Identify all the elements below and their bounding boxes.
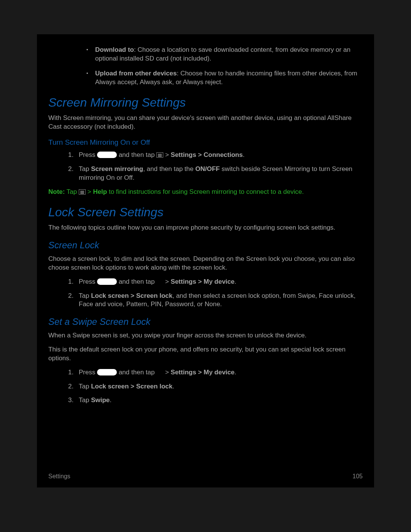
step-bold: Swipe — [91, 396, 110, 404]
step-text: Tap — [79, 165, 91, 173]
subheading-swipe-lock: Set a Swipe Screen Lock — [48, 316, 363, 328]
note-text: to find instructions for using Screen mi… — [107, 188, 304, 195]
ordered-list: 1. Press and then tap > Settings > My de… — [68, 278, 363, 309]
home-button-icon — [97, 278, 117, 285]
paragraph: This is the default screen lock on your … — [48, 345, 363, 363]
home-button-icon — [97, 152, 117, 158]
list-number: 2. — [68, 165, 73, 174]
step-text: . — [110, 396, 112, 404]
page-footer: Settings 105 — [48, 472, 363, 481]
step-text: Press — [79, 151, 97, 158]
menu-icon — [79, 189, 86, 195]
list-item: 3. Tap Swipe. — [68, 396, 363, 405]
ordered-list: 1. Press and then tap > Settings > My de… — [68, 368, 363, 405]
heading-lock-screen: Lock Screen Settings — [48, 204, 363, 220]
step-bold: Lock screen > Screen lock — [91, 383, 172, 390]
step-text: . — [234, 369, 236, 376]
list-item: 2. Tap Lock screen > Screen lock, and th… — [68, 292, 363, 309]
list-item: 1. Press and then tap > Settings > My de… — [68, 278, 363, 286]
step-text: . — [243, 151, 245, 158]
menu-icon — [156, 152, 163, 158]
paragraph: With Screen mirroring, you can share you… — [48, 114, 363, 131]
bullet-item: Upload from other devices: Choose how to… — [84, 69, 363, 87]
step-bold: Settings > Connections — [171, 151, 243, 158]
step-bold: Screen mirroring — [91, 165, 143, 173]
help-label: Help — [93, 188, 107, 195]
step-bold: Lock screen > Screen lock — [91, 292, 172, 299]
step-bold: Settings > My device — [171, 369, 235, 376]
step-text: . — [234, 278, 236, 285]
list-number: 2. — [68, 292, 73, 300]
subheading-screen-lock: Screen Lock — [48, 239, 363, 251]
footer-page-number: 105 — [352, 472, 363, 481]
list-number: 2. — [68, 382, 73, 391]
step-text: > — [163, 369, 170, 376]
list-item: 1. Press and then tap > Settings > My de… — [68, 368, 363, 377]
subheading-turn-mirroring: Turn Screen Mirroring On or Off — [48, 137, 363, 147]
menu-icon — [156, 279, 163, 284]
list-number: 1. — [68, 278, 73, 286]
list-number: 1. — [68, 151, 73, 160]
list-item: 2. Tap Screen mirroring, and then tap th… — [68, 165, 363, 182]
note-paragraph: Note: Tap > Help to find instructions fo… — [48, 188, 363, 197]
note-text: > — [86, 188, 93, 195]
step-text: Tap — [79, 383, 91, 390]
step-text: Tap — [79, 396, 91, 404]
bullet-title: Upload from other devices — [95, 70, 177, 77]
bullet-title: Download to — [95, 46, 134, 53]
list-item: 1. Press and then tap > Settings > Conne… — [68, 151, 363, 160]
step-text: and then tap — [117, 278, 156, 285]
step-text: . — [172, 383, 174, 390]
menu-icon — [156, 370, 163, 375]
step-text: Tap — [79, 292, 91, 299]
ordered-list: 1. Press and then tap > Settings > Conne… — [68, 151, 363, 182]
step-text: and then tap — [117, 151, 156, 158]
manual-page: Download to: Choose a location to save d… — [37, 34, 374, 487]
list-number: 3. — [68, 396, 73, 405]
list-number: 1. — [68, 368, 73, 377]
note-label: Note: — [48, 188, 65, 195]
step-bold: ON/OFF — [195, 165, 220, 173]
paragraph: Choose a screen lock, to dim and lock th… — [48, 255, 363, 272]
list-item: 2. Tap Lock screen > Screen lock. — [68, 382, 363, 391]
footer-section: Settings — [48, 472, 70, 481]
paragraph: When a Swipe screen is set, you swipe yo… — [48, 331, 363, 340]
heading-screen-mirroring: Screen Mirroring Settings — [48, 94, 363, 111]
step-text: > — [163, 278, 170, 285]
bullet-list: Download to: Choose a location to save d… — [84, 46, 363, 87]
note-text: Tap — [65, 188, 79, 195]
step-text: and then tap — [117, 369, 156, 376]
bullet-item: Download to: Choose a location to save d… — [84, 46, 363, 63]
step-bold: Settings > My device — [171, 278, 235, 285]
step-text: , and then tap the — [143, 165, 195, 173]
step-text: Press — [79, 369, 97, 376]
paragraph: The following topics outline how you can… — [48, 224, 363, 232]
step-text: > — [163, 151, 170, 158]
home-button-icon — [97, 369, 117, 375]
step-text: Press — [79, 278, 97, 285]
